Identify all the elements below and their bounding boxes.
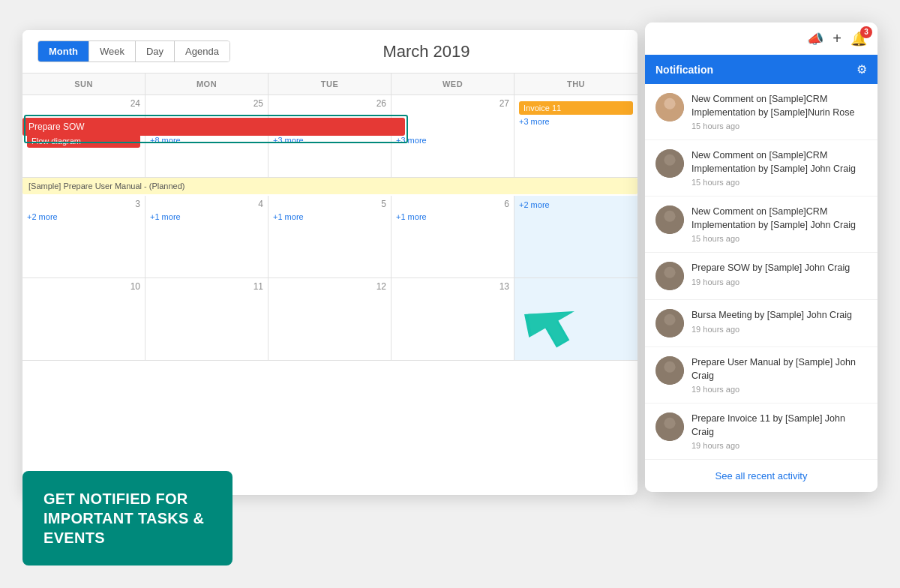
more-thu-row2[interactable]: +2 more [519, 200, 633, 209]
notif-text: New Comment on [Sample]CRM Implementatio… [692, 206, 867, 232]
event-prepare-sow[interactable]: Prepare SOW [22, 118, 405, 136]
notif-content: New Comment on [Sample]CRM Implementatio… [692, 206, 867, 243]
date-26: 26 [273, 98, 386, 109]
svg-point-9 [664, 211, 675, 222]
cta-text: GET NOTIFIED FOR IMPORTANT TASKS & EVENT… [44, 489, 212, 548]
calendar-title: March 2019 [230, 42, 622, 62]
svg-point-6 [664, 154, 675, 166]
notif-text: Bursa Meeting by [Sample] John Craig [692, 309, 867, 322]
cal-cell-wed-6: 6 +1 more [392, 196, 514, 278]
cal-cell-sun-10: 10 [22, 278, 146, 360]
notif-header: Notification ⚙ [645, 55, 878, 84]
more-sun-3[interactable]: +2 more [27, 212, 140, 221]
date-24: 24 [27, 98, 140, 109]
notif-text: Prepare SOW by [Sample] John Craig [692, 262, 867, 275]
notif-topbar: 📣 + 🔔 3 [645, 22, 878, 55]
notif-content: New Comment on [Sample]CRM Implementatio… [692, 93, 867, 130]
header-sun: SUN [22, 74, 146, 94]
header-mon: MON [146, 74, 268, 94]
tab-agenda[interactable]: Agenda [175, 41, 230, 62]
plus-icon[interactable]: + [832, 30, 842, 47]
arrow-pointer [518, 292, 592, 352]
notif-text: New Comment on [Sample]CRM Implementatio… [692, 93, 867, 119]
avatar [656, 206, 684, 234]
notification-item: New Comment on [Sample]CRM Implementatio… [645, 196, 878, 253]
tab-week[interactable]: Week [89, 41, 136, 62]
calendar-toolbar: Month Week Day Agenda March 2019 [22, 30, 638, 74]
more-tue-5[interactable]: +1 more [273, 212, 386, 221]
header-wed: WED [392, 74, 514, 94]
cal-cell-thu: Invoice 11 +3 more [514, 95, 638, 177]
notif-content: Prepare User Manual by [Sample] John Cra… [692, 356, 867, 394]
svg-point-18 [664, 362, 675, 373]
more-wed-6[interactable]: +1 more [396, 212, 509, 221]
notif-time: 19 hours ago [692, 385, 867, 394]
gear-icon[interactable]: ⚙ [856, 62, 867, 76]
cal-cell-wed-27: 27 +3 more [392, 95, 514, 177]
cta-box: GET NOTIFIED FOR IMPORTANT TASKS & EVENT… [22, 471, 232, 566]
header-tue: TUE [268, 74, 392, 94]
svg-marker-1 [521, 295, 581, 352]
cal-cell-tue-5: 5 +1 more [268, 196, 392, 278]
avatar [656, 309, 684, 338]
notif-content: Bursa Meeting by [Sample] John Craig19 h… [692, 309, 867, 334]
date-5: 5 [273, 199, 386, 209]
event-planned-user-manual[interactable]: [Sample] Prepare User Manual - (Planned) [22, 178, 638, 194]
avatar [656, 93, 684, 122]
date-25: 25 [150, 98, 263, 109]
avatar [656, 356, 684, 385]
svg-point-21 [664, 418, 675, 429]
date-10: 10 [27, 281, 140, 292]
notif-content: Prepare Invoice 11 by [Sample] John Crai… [692, 412, 867, 450]
more-mon-4[interactable]: +1 more [150, 212, 263, 221]
event-invoice-11[interactable]: Invoice 11 [519, 101, 633, 115]
avatar [656, 412, 684, 441]
notif-time: 15 hours ago [692, 122, 867, 130]
notification-item: New Comment on [Sample]CRM Implementatio… [645, 84, 878, 140]
date-6: 6 [396, 199, 509, 209]
more-thu[interactable]: +3 more [519, 117, 633, 126]
notif-header-title: Notification [656, 64, 713, 76]
cal-row-dates-3-6: 3 +2 more 4 +1 more 5 +1 more 6 +1 more … [22, 196, 638, 278]
notification-panel: 📣 + 🔔 3 Notification ⚙ New Comment on [S… [645, 22, 878, 492]
date-4: 4 [150, 199, 263, 209]
calendar-row-2: [Sample] Prepare User Manual - (Planned)… [22, 178, 638, 278]
view-tabs: Month Week Day Agenda [38, 40, 230, 62]
avatar [656, 149, 684, 178]
notification-item: Prepare User Manual by [Sample] John Cra… [645, 347, 878, 404]
notif-time: 19 hours ago [692, 441, 867, 450]
cal-cell-mon-11: 11 [146, 278, 268, 360]
tab-month[interactable]: Month [38, 41, 89, 62]
svg-point-15 [664, 314, 675, 326]
tab-day[interactable]: Day [136, 41, 175, 62]
calendar-day-headers: SUN MON TUE WED THU [22, 74, 638, 95]
notif-time: 19 hours ago [692, 325, 867, 334]
header-thu: THU [514, 74, 638, 94]
notif-time: 15 hours ago [692, 178, 867, 187]
bell-icon[interactable]: 🔔 3 [850, 31, 867, 47]
cal-cell-tue-12: 12 [268, 278, 392, 360]
notification-item: New Comment on [Sample]CRM Implementatio… [645, 140, 878, 196]
notif-time: 19 hours ago [692, 278, 867, 286]
svg-point-3 [664, 98, 675, 110]
notif-content: Prepare SOW by [Sample] John Craig19 hou… [692, 262, 867, 286]
notification-item: Prepare Invoice 11 by [Sample] John Crai… [645, 404, 878, 460]
calendar-window: Month Week Day Agenda March 2019 SUN MON… [22, 30, 638, 495]
svg-point-12 [664, 267, 675, 278]
notification-item: Bursa Meeting by [Sample] John Craig19 h… [645, 300, 878, 347]
notif-text: Prepare User Manual by [Sample] John Cra… [692, 356, 867, 382]
notif-time: 15 hours ago [692, 234, 867, 243]
date-11: 11 [150, 281, 263, 292]
cal-cell-mon-4: 4 +1 more [146, 196, 268, 278]
cal-cell-wed-13: 13 [392, 278, 514, 360]
date-27: 27 [396, 98, 509, 109]
avatar [656, 262, 684, 290]
date-13: 13 [396, 281, 509, 292]
notif-content: New Comment on [Sample]CRM Implementatio… [692, 149, 867, 187]
more-wed-27[interactable]: +3 more [396, 136, 509, 145]
cal-cell-thu-row2: +2 more [514, 196, 638, 278]
notif-text: New Comment on [Sample]CRM Implementatio… [692, 149, 867, 176]
megaphone-icon[interactable]: 📣 [807, 31, 824, 47]
notif-text: Prepare Invoice 11 by [Sample] John Crai… [692, 412, 867, 439]
see-all-link[interactable]: See all recent activity [645, 460, 878, 492]
